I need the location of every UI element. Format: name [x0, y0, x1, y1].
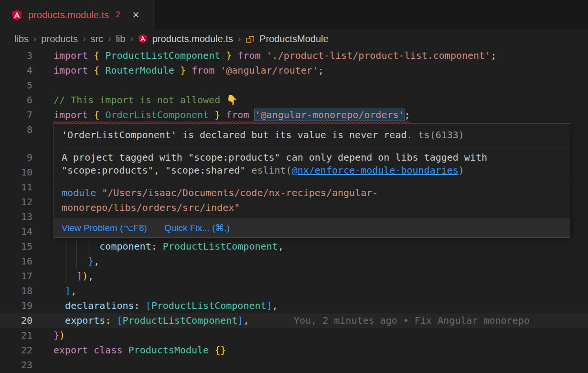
- line-number[interactable]: 22: [0, 343, 32, 358]
- code-line-22[interactable]: 22export class ProductsModule {}: [0, 343, 588, 358]
- code-text[interactable]: import { ProductListComponent } from './…: [53, 48, 496, 63]
- code-line-16[interactable]: 16 },: [0, 254, 588, 269]
- code-token: ,: [243, 315, 249, 326]
- vscode-window: products.module.ts 2 × libs › products ›…: [0, 0, 588, 373]
- line-number[interactable]: 10: [0, 165, 32, 180]
- code-token: [53, 285, 65, 296]
- code-token: ]: [267, 300, 272, 311]
- line-number[interactable]: 7: [0, 108, 32, 122]
- code-line-23[interactable]: 23: [0, 358, 588, 373]
- code-token: ]: [76, 270, 82, 282]
- line-number[interactable]: 17: [0, 269, 32, 284]
- code-text[interactable]: }): [53, 328, 65, 343]
- code-token: ,: [278, 241, 284, 252]
- line-number[interactable]: 8: [0, 122, 32, 137]
- code-line-19[interactable]: 19 declarations: [ProductListComponent],: [0, 298, 588, 313]
- error-squiggle: import { OrderListComponent } from '@ang…: [53, 109, 410, 121]
- module-path-line2: monorepo/libs/orders/src/index": [62, 200, 562, 215]
- code-text[interactable]: // This import is not allowed 👇: [53, 93, 238, 108]
- code-token: {: [94, 50, 105, 61]
- line-number[interactable]: 12: [0, 195, 32, 209]
- hover-module-info: module "/Users/isaac/Documents/code/nx-r…: [54, 182, 570, 219]
- code-text[interactable]: ]),: [53, 269, 94, 284]
- chevron-right-icon: ›: [108, 33, 111, 44]
- hover-diagnostic-ts: 'OrderListComponent' is declared but its…: [54, 124, 570, 146]
- code-token: from: [220, 109, 255, 121]
- code-token: './product-list/product-list.component': [267, 50, 491, 61]
- code-text[interactable]: import { RouterModule } from '@angular/r…: [53, 63, 324, 78]
- code-line-3[interactable]: 3import { ProductListComponent } from '.…: [0, 48, 588, 63]
- code-line-5[interactable]: 5: [0, 78, 588, 93]
- code-token: ;: [318, 65, 324, 76]
- module-path-part1: "/Users/isaac/Documents/code/nx-recipes/…: [96, 187, 378, 198]
- line-number[interactable]: 16: [0, 254, 32, 269]
- diagnostic-message: 'OrderListComponent' is declared but its…: [62, 129, 413, 141]
- line-number[interactable]: 23: [0, 358, 32, 373]
- line-number[interactable]: 3: [0, 48, 32, 63]
- breadcrumb-item-symbol[interactable]: ProductsModule: [259, 33, 329, 44]
- breadcrumb-item-lib[interactable]: lib: [116, 33, 125, 44]
- code-token: ProductListComponent: [105, 50, 220, 61]
- code-line-21[interactable]: 21}): [0, 328, 588, 343]
- chevron-right-icon: ›: [33, 33, 36, 44]
- line-number[interactable]: 6: [0, 93, 32, 108]
- code-token: :: [105, 315, 117, 326]
- tab-close-icon[interactable]: ×: [132, 9, 139, 21]
- code-line-15[interactable]: 15 component: ProductListComponent,: [0, 239, 588, 254]
- eslint-source-close: ): [459, 165, 464, 176]
- line-number[interactable]: 15: [0, 239, 32, 254]
- code-token: ,: [272, 300, 278, 311]
- breadcrumb-item-src[interactable]: src: [90, 33, 103, 44]
- code-token: ;: [491, 50, 496, 61]
- line-number[interactable]: 20: [0, 313, 32, 328]
- code-token: [53, 315, 65, 326]
- chevron-right-icon: ›: [83, 33, 86, 44]
- code-line-7[interactable]: 7import { OrderListComponent } from '@an…: [0, 108, 588, 122]
- view-problem-link[interactable]: View Problem (⌥F8): [62, 222, 147, 234]
- code-token: import: [53, 109, 94, 121]
- code-line-17[interactable]: 17 ]),: [0, 269, 588, 284]
- quick-fix-link[interactable]: Quick Fix... (⌘.): [164, 222, 230, 234]
- code-line-4[interactable]: 4import { RouterModule } from '@angular/…: [0, 63, 588, 78]
- code-text[interactable]: },: [53, 254, 99, 269]
- error-hover-popup: 'OrderListComponent' is declared but its…: [53, 123, 570, 238]
- breadcrumb-item-products[interactable]: products: [41, 33, 78, 44]
- eslint-source-open: eslint(: [251, 165, 291, 176]
- breadcrumb-item-libs[interactable]: libs: [14, 33, 29, 44]
- line-number[interactable]: 13: [0, 209, 32, 224]
- code-token: from: [232, 50, 266, 61]
- code-text[interactable]: declarations: [ProductListComponent],: [53, 298, 278, 313]
- code-token: }: [209, 109, 220, 121]
- code-token: :: [151, 241, 163, 252]
- code-token: from: [186, 65, 220, 76]
- line-number[interactable]: 11: [0, 180, 32, 195]
- breadcrumb-item-file[interactable]: products.module.ts: [152, 33, 233, 44]
- code-line-20[interactable]: 20 exports: [ProductListComponent],You, …: [0, 313, 588, 328]
- code-token: ProductListComponent: [163, 241, 278, 252]
- line-number[interactable]: 21: [0, 328, 32, 343]
- code-text[interactable]: import { OrderListComponent } from '@ang…: [53, 108, 410, 122]
- code-token: [: [117, 315, 122, 326]
- line-number[interactable]: 4: [0, 63, 32, 78]
- tab-products-module-ts[interactable]: products.module.ts 2 ×: [0, 0, 156, 30]
- code-token: OrderListComponent: [105, 109, 209, 121]
- line-number[interactable]: 18: [0, 284, 32, 298]
- line-number[interactable]: 14: [0, 224, 32, 239]
- code-line-6[interactable]: 6// This import is not allowed 👇: [0, 93, 588, 108]
- code-line-18[interactable]: 18 ],: [0, 284, 588, 298]
- code-text[interactable]: exports: [ProductListComponent],You, 2 m…: [53, 313, 249, 328]
- code-text[interactable]: export class ProductsModule {}: [53, 343, 226, 358]
- code-token: }: [53, 329, 59, 341]
- code-token: ;: [405, 109, 410, 121]
- code-text[interactable]: component: ProductListComponent,: [53, 239, 284, 254]
- eslint-message-line2-text: "scope:products", "scope:shared": [62, 165, 251, 176]
- line-number[interactable]: 9: [0, 150, 32, 165]
- code-token: ,: [71, 285, 76, 296]
- eslint-rule-link[interactable]: @nx/enforce-module-boundaries: [292, 165, 459, 176]
- line-number[interactable]: 19: [0, 298, 32, 313]
- code-token: ): [82, 270, 88, 282]
- chevron-right-icon: ›: [238, 33, 241, 44]
- line-number[interactable]: 5: [0, 78, 32, 93]
- diagnostic-source: ts(6133): [418, 129, 464, 141]
- code-text[interactable]: ],: [53, 284, 76, 298]
